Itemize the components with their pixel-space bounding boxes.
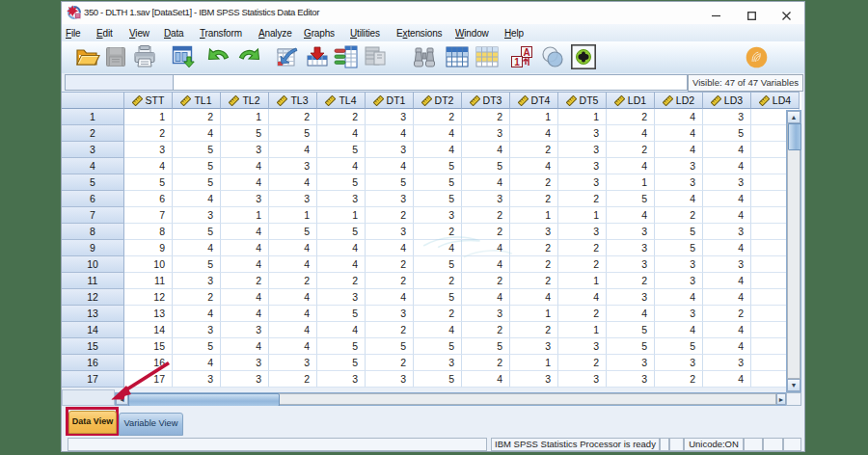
svg-text:1: 1	[514, 57, 520, 67]
svg-text:A: A	[523, 47, 529, 58]
